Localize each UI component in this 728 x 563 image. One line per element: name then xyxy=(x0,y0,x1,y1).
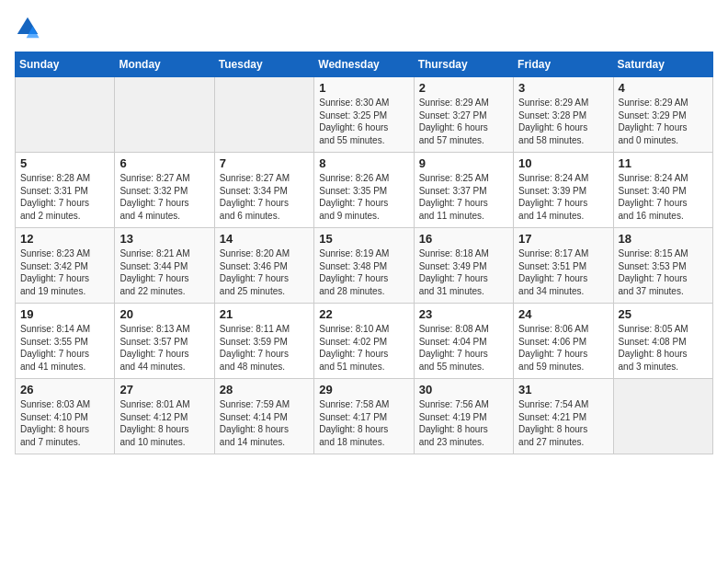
calendar-cell: 21Sunrise: 8:11 AM Sunset: 3:59 PM Dayli… xyxy=(214,304,313,379)
day-number: 10 xyxy=(518,156,608,170)
calendar-cell: 11Sunrise: 8:24 AM Sunset: 3:40 PM Dayli… xyxy=(613,153,712,228)
calendar-week-row: 5Sunrise: 8:28 AM Sunset: 3:31 PM Daylig… xyxy=(16,153,713,228)
day-number: 25 xyxy=(619,307,708,321)
calendar-cell xyxy=(115,77,214,153)
day-number: 4 xyxy=(619,81,708,95)
day-number: 9 xyxy=(419,156,508,170)
day-number: 24 xyxy=(518,307,608,321)
calendar-week-row: 1Sunrise: 8:30 AM Sunset: 3:25 PM Daylig… xyxy=(16,77,713,153)
calendar-cell xyxy=(613,379,712,454)
weekday-header: Sunday xyxy=(16,52,115,77)
calendar-cell: 9Sunrise: 8:25 AM Sunset: 3:37 PM Daylig… xyxy=(414,153,513,228)
day-number: 21 xyxy=(220,307,309,321)
day-number: 17 xyxy=(518,232,608,246)
calendar-cell: 1Sunrise: 8:30 AM Sunset: 3:25 PM Daylig… xyxy=(314,77,414,153)
cell-text: Sunrise: 7:54 AM Sunset: 4:21 PM Dayligh… xyxy=(518,398,608,448)
day-number: 28 xyxy=(220,383,309,396)
calendar-week-row: 19Sunrise: 8:14 AM Sunset: 3:55 PM Dayli… xyxy=(16,304,713,379)
cell-text: Sunrise: 8:24 AM Sunset: 3:40 PM Dayligh… xyxy=(619,172,708,222)
calendar-cell: 4Sunrise: 8:29 AM Sunset: 3:29 PM Daylig… xyxy=(613,77,712,153)
calendar-cell: 16Sunrise: 8:18 AM Sunset: 3:49 PM Dayli… xyxy=(414,228,513,304)
day-number: 15 xyxy=(319,232,408,246)
day-number: 11 xyxy=(619,156,708,170)
cell-text: Sunrise: 8:25 AM Sunset: 3:37 PM Dayligh… xyxy=(419,172,508,222)
cell-text: Sunrise: 8:23 AM Sunset: 3:42 PM Dayligh… xyxy=(20,247,109,297)
weekday-header-row: SundayMondayTuesdayWednesdayThursdayFrid… xyxy=(16,52,713,77)
calendar-cell: 29Sunrise: 7:58 AM Sunset: 4:17 PM Dayli… xyxy=(314,379,414,454)
calendar-cell: 18Sunrise: 8:15 AM Sunset: 3:53 PM Dayli… xyxy=(613,228,712,304)
calendar-cell xyxy=(16,77,115,153)
cell-text: Sunrise: 8:29 AM Sunset: 3:27 PM Dayligh… xyxy=(419,97,508,146)
day-number: 29 xyxy=(319,383,408,396)
cell-text: Sunrise: 8:05 AM Sunset: 4:08 PM Dayligh… xyxy=(619,323,708,373)
calendar-cell: 25Sunrise: 8:05 AM Sunset: 4:08 PM Dayli… xyxy=(613,304,712,379)
calendar-cell: 8Sunrise: 8:26 AM Sunset: 3:35 PM Daylig… xyxy=(314,153,414,228)
day-number: 12 xyxy=(20,232,109,246)
day-number: 20 xyxy=(119,307,209,321)
day-number: 1 xyxy=(319,81,408,95)
day-number: 26 xyxy=(20,383,109,396)
day-number: 22 xyxy=(319,307,408,321)
cell-text: Sunrise: 8:19 AM Sunset: 3:48 PM Dayligh… xyxy=(319,247,408,297)
cell-text: Sunrise: 8:15 AM Sunset: 3:53 PM Dayligh… xyxy=(619,247,708,297)
cell-text: Sunrise: 8:28 AM Sunset: 3:31 PM Dayligh… xyxy=(20,172,109,222)
cell-text: Sunrise: 8:06 AM Sunset: 4:06 PM Dayligh… xyxy=(518,323,608,373)
calendar-cell: 20Sunrise: 8:13 AM Sunset: 3:57 PM Dayli… xyxy=(115,304,214,379)
cell-text: Sunrise: 8:27 AM Sunset: 3:32 PM Dayligh… xyxy=(119,172,209,222)
calendar-cell: 28Sunrise: 7:59 AM Sunset: 4:14 PM Dayli… xyxy=(214,379,313,454)
calendar-table: SundayMondayTuesdayWednesdayThursdayFrid… xyxy=(15,52,713,454)
calendar-cell: 7Sunrise: 8:27 AM Sunset: 3:34 PM Daylig… xyxy=(214,153,313,228)
calendar-cell: 23Sunrise: 8:08 AM Sunset: 4:04 PM Dayli… xyxy=(414,304,513,379)
calendar-week-row: 26Sunrise: 8:03 AM Sunset: 4:10 PM Dayli… xyxy=(16,379,713,454)
day-number: 7 xyxy=(220,156,309,170)
calendar-cell: 24Sunrise: 8:06 AM Sunset: 4:06 PM Dayli… xyxy=(514,304,613,379)
cell-text: Sunrise: 8:24 AM Sunset: 3:39 PM Dayligh… xyxy=(518,172,608,222)
calendar-cell: 10Sunrise: 8:24 AM Sunset: 3:39 PM Dayli… xyxy=(514,153,613,228)
calendar-cell: 6Sunrise: 8:27 AM Sunset: 3:32 PM Daylig… xyxy=(115,153,214,228)
day-number: 31 xyxy=(518,383,608,396)
day-number: 16 xyxy=(419,232,508,246)
cell-text: Sunrise: 8:26 AM Sunset: 3:35 PM Dayligh… xyxy=(319,172,408,222)
day-number: 19 xyxy=(20,307,109,321)
calendar-cell: 12Sunrise: 8:23 AM Sunset: 3:42 PM Dayli… xyxy=(16,228,115,304)
cell-text: Sunrise: 8:01 AM Sunset: 4:12 PM Dayligh… xyxy=(119,398,209,448)
logo xyxy=(15,15,44,40)
cell-text: Sunrise: 8:27 AM Sunset: 3:34 PM Dayligh… xyxy=(220,172,309,222)
cell-text: Sunrise: 8:10 AM Sunset: 4:02 PM Dayligh… xyxy=(319,323,408,373)
day-number: 27 xyxy=(119,383,209,396)
cell-text: Sunrise: 7:58 AM Sunset: 4:17 PM Dayligh… xyxy=(319,398,408,448)
day-number: 18 xyxy=(619,232,708,246)
calendar-cell: 26Sunrise: 8:03 AM Sunset: 4:10 PM Dayli… xyxy=(16,379,115,454)
day-number: 2 xyxy=(419,81,508,95)
day-number: 13 xyxy=(119,232,209,246)
calendar-cell: 31Sunrise: 7:54 AM Sunset: 4:21 PM Dayli… xyxy=(514,379,613,454)
cell-text: Sunrise: 8:14 AM Sunset: 3:55 PM Dayligh… xyxy=(20,323,109,373)
calendar-cell: 14Sunrise: 8:20 AM Sunset: 3:46 PM Dayli… xyxy=(214,228,313,304)
day-number: 5 xyxy=(20,156,109,170)
calendar-cell: 15Sunrise: 8:19 AM Sunset: 3:48 PM Dayli… xyxy=(314,228,414,304)
calendar-cell: 2Sunrise: 8:29 AM Sunset: 3:27 PM Daylig… xyxy=(414,77,513,153)
cell-text: Sunrise: 7:59 AM Sunset: 4:14 PM Dayligh… xyxy=(220,398,309,448)
cell-text: Sunrise: 8:30 AM Sunset: 3:25 PM Dayligh… xyxy=(319,97,408,146)
weekday-header: Monday xyxy=(115,52,214,77)
page-header xyxy=(15,15,713,40)
cell-text: Sunrise: 8:11 AM Sunset: 3:59 PM Dayligh… xyxy=(220,323,309,373)
day-number: 14 xyxy=(220,232,309,246)
calendar-cell: 19Sunrise: 8:14 AM Sunset: 3:55 PM Dayli… xyxy=(16,304,115,379)
calendar-cell: 27Sunrise: 8:01 AM Sunset: 4:12 PM Dayli… xyxy=(115,379,214,454)
calendar-cell: 3Sunrise: 8:29 AM Sunset: 3:28 PM Daylig… xyxy=(514,77,613,153)
weekday-header: Saturday xyxy=(613,52,712,77)
calendar-cell: 5Sunrise: 8:28 AM Sunset: 3:31 PM Daylig… xyxy=(16,153,115,228)
cell-text: Sunrise: 8:21 AM Sunset: 3:44 PM Dayligh… xyxy=(119,247,209,297)
weekday-header: Thursday xyxy=(414,52,513,77)
logo-icon xyxy=(15,15,40,40)
cell-text: Sunrise: 8:29 AM Sunset: 3:28 PM Dayligh… xyxy=(518,97,608,146)
cell-text: Sunrise: 8:13 AM Sunset: 3:57 PM Dayligh… xyxy=(119,323,209,373)
calendar-week-row: 12Sunrise: 8:23 AM Sunset: 3:42 PM Dayli… xyxy=(16,228,713,304)
calendar-cell: 22Sunrise: 8:10 AM Sunset: 4:02 PM Dayli… xyxy=(314,304,414,379)
calendar-cell: 17Sunrise: 8:17 AM Sunset: 3:51 PM Dayli… xyxy=(514,228,613,304)
weekday-header: Wednesday xyxy=(314,52,414,77)
day-number: 6 xyxy=(119,156,209,170)
day-number: 8 xyxy=(319,156,408,170)
day-number: 3 xyxy=(518,81,608,95)
